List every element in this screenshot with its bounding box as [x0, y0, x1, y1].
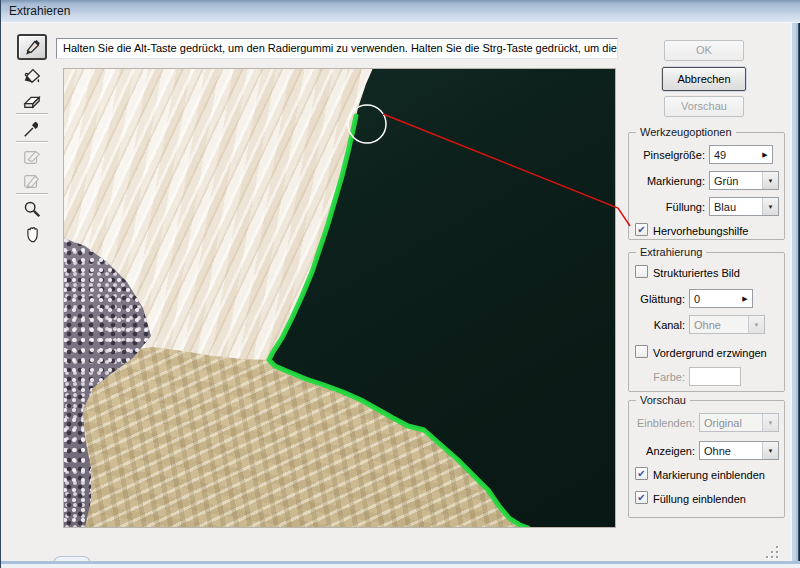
extract-dialog: Extrahieren Halten Sie die Alt-Taste ged… — [0, 0, 800, 568]
eyedropper-icon — [22, 119, 42, 139]
tool-cleanup — [17, 145, 47, 169]
image-canvas[interactable] — [63, 68, 616, 528]
smooth-label: Glättung: — [629, 293, 685, 305]
ok-button: OK — [664, 40, 744, 61]
instruction-text: Halten Sie die Alt-Taste gedrückt, um de… — [63, 42, 618, 54]
tool-hand[interactable] — [17, 222, 47, 246]
highlight-color-label: Markierung: — [629, 175, 705, 187]
extraction-group: Extrahierung Strukturiertes Bild Glättun… — [628, 252, 785, 392]
smart-highlighting-checkbox[interactable]: ✔ — [635, 223, 648, 236]
dialog-title: Extrahieren — [9, 4, 70, 18]
show-value: Original — [700, 414, 762, 431]
brush-size-field[interactable]: 49 ▶ — [709, 145, 773, 164]
show-fill-label: Füllung einblenden — [653, 493, 746, 505]
force-foreground-checkbox[interactable] — [635, 345, 648, 358]
tool-eyedropper[interactable] — [17, 117, 47, 141]
edge-highlighter-icon — [22, 37, 42, 57]
paint-bucket-icon — [21, 66, 43, 86]
display-label: Anzeigen: — [629, 445, 695, 457]
check-icon: ✔ — [637, 492, 645, 503]
toolbar-separator — [16, 113, 48, 115]
window-border-right — [790, 23, 800, 562]
smooth-value: 0 — [690, 293, 738, 305]
chevron-down-icon: ▼ — [748, 316, 764, 333]
tool-edge-highlighter[interactable] — [17, 34, 47, 60]
toolbar-separator — [16, 141, 48, 143]
tool-options-title: Werkzeugoptionen — [636, 126, 736, 138]
preview-group: Vorschau Einblenden: Original ▼ Anzeigen… — [628, 400, 785, 518]
cancel-button[interactable]: Abbrechen — [662, 67, 746, 91]
tool-fill[interactable] — [17, 64, 47, 88]
foreground-color-label: Farbe: — [629, 371, 685, 383]
channel-value: Ohne — [690, 316, 748, 333]
textured-image-checkbox[interactable] — [635, 265, 648, 278]
title-bar[interactable]: Extrahieren — [1, 0, 800, 23]
show-fill-checkbox[interactable]: ✔ — [635, 491, 648, 504]
cleanup-icon — [22, 147, 42, 167]
check-icon: ✔ — [637, 224, 645, 235]
display-select[interactable]: Ohne ▼ — [699, 441, 779, 460]
force-foreground-label: Vordergrund erzwingen — [653, 347, 767, 359]
fill-color-select[interactable]: Blau ▼ — [709, 197, 779, 216]
smooth-slider-arrow-icon[interactable]: ▶ — [738, 295, 752, 303]
window-border-bottom-edge — [1, 564, 800, 568]
fill-color-value: Blau — [710, 198, 762, 215]
brush-size-label: Pinselgröße: — [629, 149, 705, 161]
preview-title: Vorschau — [636, 394, 690, 406]
edge-highlight-stroke — [269, 116, 528, 528]
show-highlight-checkbox[interactable]: ✔ — [635, 467, 648, 480]
resize-grip[interactable] — [765, 546, 781, 560]
highlight-color-value: Grün — [710, 172, 762, 189]
chevron-down-icon[interactable]: ▼ — [762, 172, 778, 189]
tool-options-group: Werkzeugoptionen Pinselgröße: 49 ▶ Marki… — [628, 132, 785, 240]
display-value: Ohne — [700, 442, 762, 459]
show-label: Einblenden: — [629, 417, 695, 429]
brush-size-slider-arrow-icon[interactable]: ▶ — [758, 151, 772, 159]
edge-touchup-icon — [22, 171, 42, 191]
tool-zoom[interactable] — [17, 197, 47, 221]
tool-eraser[interactable] — [17, 89, 47, 113]
highlight-overlay — [63, 68, 616, 528]
chevron-down-icon[interactable]: ▼ — [762, 442, 778, 459]
preview-button: Vorschau — [664, 96, 744, 117]
foreground-color-swatch — [689, 367, 741, 386]
brush-size-value: 49 — [710, 149, 758, 161]
show-highlight-label: Markierung einblenden — [653, 469, 765, 481]
channel-label: Kanal: — [629, 319, 685, 331]
chevron-down-icon[interactable]: ▼ — [762, 198, 778, 215]
channel-select: Ohne ▼ — [689, 315, 765, 334]
smooth-field[interactable]: 0 ▶ — [689, 289, 753, 308]
instruction-bar: Halten Sie die Alt-Taste gedrückt, um de… — [56, 38, 618, 59]
eraser-icon — [21, 92, 43, 110]
magnifier-icon — [22, 199, 42, 219]
hand-icon — [22, 224, 42, 244]
highlight-color-select[interactable]: Grün ▼ — [709, 171, 779, 190]
extraction-title: Extrahierung — [636, 246, 706, 258]
smart-highlighting-label: Hervorhebungshilfe — [653, 225, 748, 237]
show-select: Original ▼ — [699, 413, 779, 432]
check-icon: ✔ — [637, 468, 645, 479]
chevron-down-icon: ▼ — [762, 414, 778, 431]
fill-color-label: Füllung: — [629, 201, 705, 213]
textured-image-label: Strukturiertes Bild — [653, 267, 740, 279]
tool-edge-touchup — [17, 169, 47, 193]
toolbar-separator — [16, 193, 48, 195]
